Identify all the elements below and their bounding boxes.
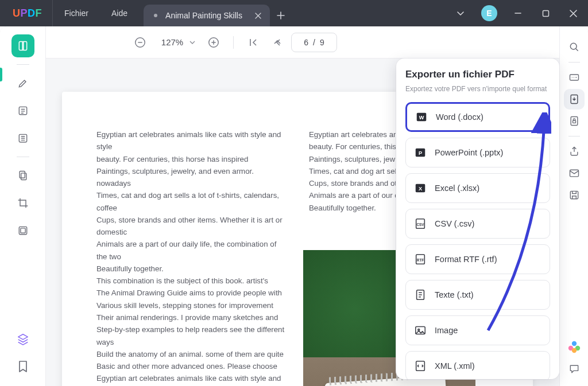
export-subtitle: Exportez votre PDF vers n'importe quel f… (405, 85, 550, 93)
rail-crop-button[interactable] (11, 192, 34, 215)
zoom-out-button[interactable] (130, 32, 150, 53)
export-option-csv[interactable]: CSVCSV (.csv) (405, 209, 550, 239)
protect-button[interactable] (564, 111, 585, 131)
zoom-display[interactable]: 127% (158, 37, 195, 47)
window-close-button[interactable] (560, 0, 586, 26)
rail-separator (17, 157, 29, 157)
prev-page-button[interactable] (267, 32, 288, 53)
tab-active[interactable]: Animal Painting Skills (144, 5, 270, 26)
rail-indicator (0, 68, 2, 81)
zoom-in-button[interactable] (203, 32, 224, 53)
export-option-xls[interactable]: XExcel (.xlsx) (405, 173, 550, 203)
page-text-line: Times, cat and dog art sells a lot of t-… (96, 189, 286, 214)
page-text-line: Step-by-step examples to help readers se… (96, 323, 286, 348)
chevron-down-icon (189, 40, 195, 45)
word-icon: W (415, 111, 428, 123)
zoom-value: 127% (158, 37, 186, 47)
rail-separator (568, 136, 580, 137)
export-option-rtf[interactable]: RTFFormat RTF (.rtf) (405, 244, 550, 274)
page-text-line: Egyptian art celebrates animals like cat… (96, 128, 286, 153)
save-button[interactable] (564, 185, 585, 205)
page-text-line: Build the anatomy of an animal. some of … (96, 348, 286, 360)
svg-text:RTF: RTF (417, 258, 424, 262)
svg-point-19 (571, 348, 576, 353)
app-frame: 127% 6 / 9 (0, 26, 588, 386)
chevron-down-icon[interactable] (448, 0, 473, 26)
svg-rect-12 (571, 117, 578, 126)
export-option-word[interactable]: WWord (.docx) (405, 102, 550, 132)
rail-redact-button[interactable] (11, 219, 34, 242)
export-button[interactable] (564, 89, 585, 110)
page-text-line: Various skill levels, stepping stones fo… (96, 299, 286, 311)
svg-rect-3 (20, 171, 25, 178)
svg-text:X: X (419, 186, 423, 192)
page-text-line: Paintings, sculptures, jewelry, and even… (96, 165, 286, 190)
share-button[interactable] (564, 141, 585, 162)
rail-organize-button[interactable] (11, 164, 34, 187)
search-button[interactable] (564, 37, 585, 57)
menu-file[interactable]: Fichier (53, 0, 100, 26)
ai-button[interactable] (564, 337, 585, 357)
export-option-xml[interactable]: XML (.xml) (405, 351, 550, 379)
page-total: 9 (320, 38, 324, 47)
page-text-line: Animals are a part of our daily life, th… (96, 238, 286, 263)
comment-button[interactable] (564, 358, 585, 379)
rail-separator (568, 62, 580, 63)
svg-rect-4 (21, 173, 26, 180)
rail-outline-button[interactable] (11, 127, 34, 150)
page-text-line: beauty. For centuries, this horse has in… (96, 153, 286, 165)
mail-button[interactable] (564, 163, 585, 184)
export-option-img[interactable]: Image (405, 315, 550, 345)
rail-highlight-button[interactable] (11, 72, 34, 95)
export-option-label: Excel (.xlsx) (435, 184, 541, 193)
page-text-line: Their animal renderings. I provide many … (96, 311, 286, 323)
tab-dot-icon (154, 14, 157, 17)
left-rail (0, 26, 46, 386)
page-text-line: The Animal Drawing Guide aims to provide… (96, 287, 286, 299)
svg-rect-0 (543, 10, 548, 16)
page-text-line: Cups, store brands and other items. Whet… (96, 214, 286, 239)
xml-icon (414, 360, 427, 372)
window-minimize-button[interactable] (505, 0, 531, 26)
export-option-label: Format RTF (.rtf) (435, 255, 541, 264)
export-option-label: PowerPoint (.pptx) (435, 148, 541, 157)
titlebar: UPDF Fichier Aide Animal Painting Skills… (0, 0, 588, 26)
rail-edit-button[interactable] (11, 99, 34, 122)
export-option-label: Image (435, 326, 541, 335)
tab-bar: Animal Painting Skills (144, 0, 448, 26)
svg-text:CSV: CSV (416, 223, 424, 227)
img-icon (414, 324, 427, 337)
titlebar-right: E (448, 0, 588, 26)
page-text-line: Basic and other more advanced ones. Plea… (96, 360, 286, 372)
export-option-label: Word (.docx) (436, 112, 540, 122)
tab-title: Animal Painting Skills (165, 11, 245, 20)
new-tab-button[interactable] (270, 5, 292, 26)
export-title: Exporter un fichier PDF (405, 69, 550, 80)
page-current: 6 (304, 38, 308, 47)
export-option-ppt[interactable]: PPowerPoint (.pptx) (405, 138, 550, 167)
close-icon[interactable] (253, 10, 263, 21)
first-page-button[interactable] (243, 32, 264, 53)
page-text-line: Beautifully together. (96, 263, 286, 275)
csv-icon: CSV (414, 217, 427, 230)
toolbar-divider (233, 36, 234, 49)
ppt-icon: P (414, 146, 427, 159)
right-rail (559, 26, 588, 386)
window-maximize-button[interactable] (533, 0, 558, 26)
page-indicator[interactable]: 6 / 9 (291, 33, 337, 52)
avatar[interactable]: E (481, 5, 497, 21)
menu-help[interactable]: Aide (100, 0, 139, 26)
page-sep: / (313, 38, 315, 47)
rail-layers-button[interactable] (11, 327, 34, 350)
ocr-button[interactable] (564, 67, 585, 88)
rail-bookmark-button[interactable] (11, 355, 34, 378)
svg-rect-13 (572, 120, 575, 123)
svg-rect-15 (570, 191, 578, 198)
export-option-label: CSV (.csv) (435, 219, 541, 228)
svg-text:P: P (419, 150, 422, 156)
export-option-label: XML (.xml) (435, 361, 541, 371)
svg-rect-6 (20, 228, 25, 233)
rail-reader-button[interactable] (11, 34, 34, 57)
top-toolbar: 127% 6 / 9 (46, 26, 559, 59)
export-option-txt[interactable]: Texte (.txt) (405, 280, 550, 310)
